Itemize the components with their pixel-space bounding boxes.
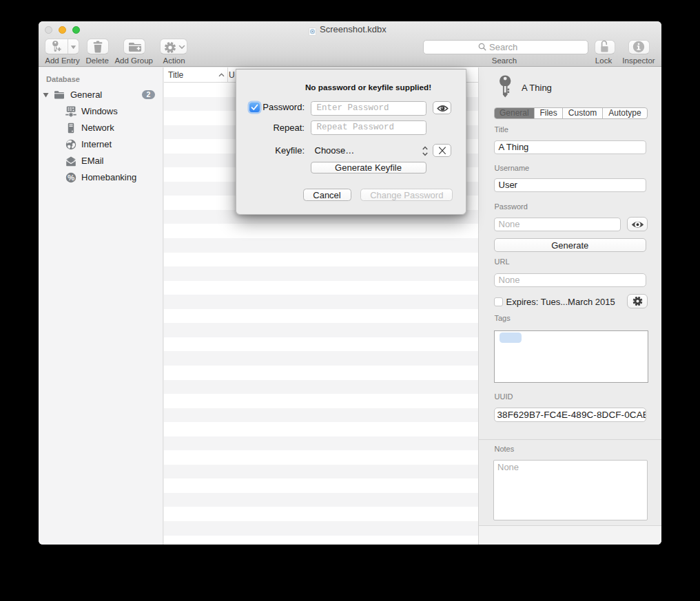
svg-text:%: % <box>68 173 74 182</box>
